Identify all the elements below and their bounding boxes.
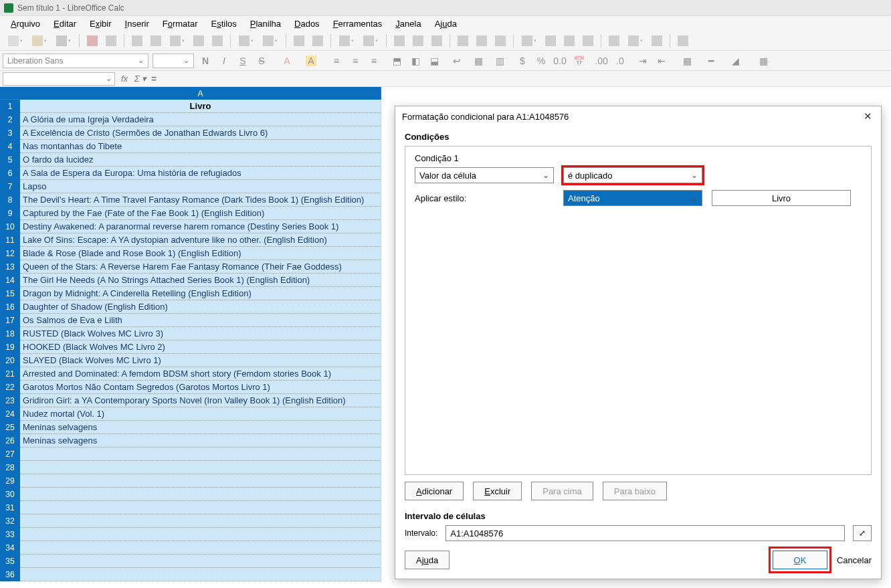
- menu-dados[interactable]: Dados: [289, 17, 325, 30]
- merge-icon[interactable]: ▦: [468, 54, 488, 68]
- highlight-icon[interactable]: A: [301, 54, 321, 68]
- cut-icon[interactable]: [130, 33, 144, 48]
- row-header[interactable]: 22: [0, 381, 20, 394]
- shrink-icon[interactable]: ⤢: [853, 525, 872, 541]
- wrap-icon[interactable]: ↩: [450, 54, 464, 68]
- row-header[interactable]: 23: [0, 394, 20, 407]
- col-header-a[interactable]: A: [20, 87, 381, 100]
- split-icon[interactable]: [650, 33, 664, 48]
- cell[interactable]: [20, 541, 381, 555]
- percent-icon[interactable]: %: [534, 54, 549, 68]
- underline-icon[interactable]: S: [235, 54, 250, 68]
- strike-icon[interactable]: S: [254, 54, 269, 68]
- font-size-select[interactable]: [153, 54, 194, 68]
- cell[interactable]: Nudez mortal (Vol. 1): [20, 407, 381, 421]
- special-char-icon[interactable]: [519, 33, 539, 48]
- row-header[interactable]: 7: [0, 180, 20, 193]
- find-icon[interactable]: [292, 33, 306, 48]
- cell[interactable]: [20, 568, 381, 581]
- cell[interactable]: HOOKED (Black Wolves MC Livro 2): [20, 340, 381, 354]
- copy-icon[interactable]: [148, 33, 163, 48]
- undo-icon[interactable]: [236, 33, 256, 48]
- cell[interactable]: A Glória de uma Igreja Verdadeira: [20, 113, 381, 126]
- cell[interactable]: [20, 528, 381, 541]
- draw-icon[interactable]: [676, 33, 690, 48]
- dec-indent-icon[interactable]: ⇤: [654, 54, 669, 68]
- menu-exibir[interactable]: Exibir: [84, 17, 117, 30]
- row-header[interactable]: 31: [0, 501, 20, 514]
- image-icon[interactable]: [456, 33, 470, 48]
- row-header[interactable]: 15: [0, 287, 20, 300]
- row-header[interactable]: 9: [0, 207, 20, 220]
- cell[interactable]: Queen of the Stars: A Reverse Harem Fae …: [20, 260, 381, 274]
- row-header[interactable]: 3: [0, 126, 20, 140]
- row-header[interactable]: 25: [0, 421, 20, 434]
- row-header[interactable]: 11: [0, 233, 20, 247]
- redo-icon[interactable]: [260, 33, 280, 48]
- valign-top-icon[interactable]: ⬒: [389, 54, 404, 68]
- cell[interactable]: The Devil's Heart: A Time Travel Fantasy…: [20, 193, 381, 207]
- menu-editar[interactable]: Editar: [48, 17, 82, 30]
- unmerge-icon[interactable]: ▥: [492, 54, 507, 68]
- cell[interactable]: [20, 474, 381, 488]
- row-header[interactable]: 10: [0, 220, 20, 233]
- italic-icon[interactable]: I: [217, 54, 231, 68]
- dec-dec-icon[interactable]: .0: [613, 54, 627, 68]
- cell[interactable]: Livro: [20, 100, 381, 113]
- cell[interactable]: SLAYED (Black Wolves MC Livro 1): [20, 354, 381, 367]
- cell[interactable]: Gridiron Girl: a YA Contemporary Sports …: [20, 394, 381, 407]
- inc-indent-icon[interactable]: ⇥: [635, 54, 650, 68]
- row-header[interactable]: 1: [0, 100, 20, 113]
- row-header[interactable]: 12: [0, 247, 20, 260]
- hyperlink-icon[interactable]: [543, 33, 558, 48]
- row-header[interactable]: 35: [0, 555, 20, 568]
- cell[interactable]: Lapso: [20, 180, 381, 193]
- clone-format-icon[interactable]: [191, 33, 206, 48]
- close-icon[interactable]: ✕: [861, 110, 874, 122]
- row-header[interactable]: 18: [0, 327, 20, 340]
- row-header[interactable]: 24: [0, 407, 20, 421]
- cell[interactable]: [20, 555, 381, 568]
- valign-mid-icon[interactable]: ◧: [408, 54, 423, 68]
- condition-type-select[interactable]: Valor da célula: [415, 167, 554, 183]
- valign-bot-icon[interactable]: ⬓: [427, 54, 441, 68]
- row-header[interactable]: 32: [0, 514, 20, 528]
- row-header[interactable]: 29: [0, 474, 20, 488]
- font-name-select[interactable]: Liberation Sans: [3, 54, 148, 68]
- sum-icon[interactable]: Σ ▾: [134, 73, 147, 85]
- align-left-icon[interactable]: ≡: [329, 54, 344, 68]
- font-color-icon[interactable]: A: [277, 54, 297, 68]
- cell[interactable]: RUSTED (Black Wolves MC Livro 3): [20, 327, 381, 340]
- row-header[interactable]: 6: [0, 167, 20, 180]
- cell[interactable]: Arrested and Dominated: A femdom BDSM sh…: [20, 367, 381, 381]
- cell[interactable]: Dragon by Midnight: A Cinderella Retelli…: [20, 287, 381, 300]
- row-header[interactable]: 17: [0, 314, 20, 327]
- menu-estilos[interactable]: Estilos: [205, 17, 241, 30]
- autofilter-icon[interactable]: [429, 33, 444, 48]
- cell[interactable]: [20, 448, 381, 461]
- menu-arquivo[interactable]: Arquivo: [5, 17, 45, 30]
- cell[interactable]: Blade & Rose (Blade and Rose Book 1) (En…: [20, 247, 381, 260]
- print-icon[interactable]: [104, 33, 118, 48]
- ok-button[interactable]: OK: [773, 551, 827, 569]
- cell[interactable]: [20, 501, 381, 514]
- row-header[interactable]: 20: [0, 354, 20, 367]
- row-icon[interactable]: [336, 33, 357, 48]
- row-header[interactable]: 19: [0, 340, 20, 354]
- row-header[interactable]: 28: [0, 461, 20, 474]
- cell[interactable]: O fardo da lucidez: [20, 153, 381, 167]
- cell[interactable]: [20, 514, 381, 528]
- cell[interactable]: A Excelência de Cristo (Sermões de Jonat…: [20, 126, 381, 140]
- row-header[interactable]: 27: [0, 448, 20, 461]
- cell[interactable]: The Girl He Needs (A No Strings Attached…: [20, 274, 381, 287]
- row-header[interactable]: 30: [0, 488, 20, 501]
- move-up-button[interactable]: Para cima: [531, 482, 593, 500]
- style-select[interactable]: Atenção: [563, 190, 702, 206]
- number-icon[interactable]: 0.0: [553, 54, 567, 68]
- add-button[interactable]: Adicionar: [405, 482, 464, 500]
- menu-ferramentas[interactable]: Ferramentas: [328, 17, 388, 30]
- comment-icon[interactable]: [562, 33, 577, 48]
- row-header[interactable]: 34: [0, 541, 20, 555]
- currency-icon[interactable]: $: [515, 54, 530, 68]
- condition-operator-select[interactable]: é duplicado: [563, 167, 702, 183]
